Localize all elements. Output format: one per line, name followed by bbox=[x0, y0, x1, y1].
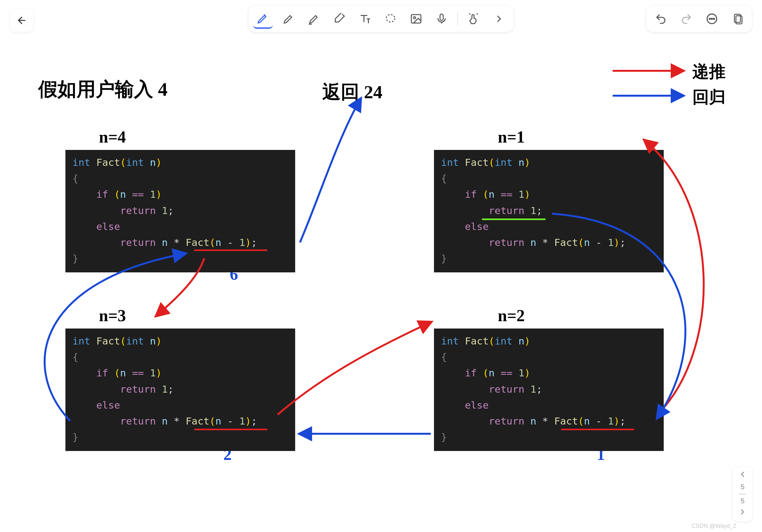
title-text: 假如用户输入 4 bbox=[38, 77, 168, 102]
page-prev[interactable] bbox=[738, 470, 747, 480]
page-sep bbox=[739, 494, 746, 495]
label-n1: n=1 bbox=[498, 128, 525, 146]
underline-n1-green bbox=[482, 219, 546, 220]
code-block-n3: int Fact(int n) { if (n == 1) return 1; … bbox=[65, 328, 295, 451]
chevron-left-icon bbox=[738, 470, 747, 478]
underline-n3 bbox=[194, 429, 267, 430]
chevron-right-icon bbox=[738, 508, 747, 516]
page-current: 5 bbox=[741, 483, 744, 491]
label-n3: n=3 bbox=[99, 306, 126, 325]
code-block-n4: int Fact(int n) { if (n == 1) return 1; … bbox=[65, 150, 295, 272]
legend-back-text: 回归 bbox=[692, 86, 725, 108]
underline-n2 bbox=[561, 429, 634, 430]
label-n2: n=2 bbox=[498, 306, 525, 325]
page-next[interactable] bbox=[738, 508, 747, 518]
underline-n4 bbox=[194, 249, 267, 251]
code-block-n1: int Fact(int n) { if (n == 1) return 1; … bbox=[434, 150, 664, 272]
note-canvas[interactable]: 假如用户输入 4 返回 24 递推 回归 n=4 n=1 n=3 n=2 6 2… bbox=[0, 0, 762, 532]
code-block-n2: int Fact(int n) { if (n == 1) return 1; … bbox=[434, 328, 664, 451]
watermark: CSDN @Wayd_Z bbox=[692, 523, 736, 529]
page-total: 5 bbox=[741, 497, 744, 505]
page-nav: 5 5 bbox=[733, 467, 752, 521]
label-n4: n=4 bbox=[99, 128, 126, 146]
return-text: 返回 24 bbox=[322, 80, 383, 104]
legend-forward-text: 递推 bbox=[692, 61, 725, 83]
